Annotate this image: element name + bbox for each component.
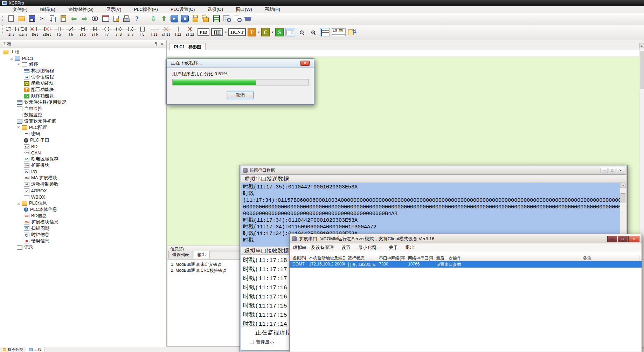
ladder-tool-F12[interactable]: F12	[172, 25, 184, 36]
tree-item-28[interactable]: ↻扫描周期	[0, 225, 166, 232]
send-scroll-up-icon[interactable]: ▲	[620, 183, 626, 188]
tree-item-22[interactable]: D4GBOX	[0, 187, 166, 194]
menu-item-5[interactable]: PLC设置(C)	[164, 6, 201, 13]
vcomm-menu-item-0[interactable]: 虚拟串口及设备管理	[293, 244, 334, 251]
tree-item-29[interactable]: ◷时钟信息	[0, 232, 166, 238]
ladder-monitor-icon[interactable]	[211, 14, 222, 23]
menu-item-1[interactable]: 编辑(E)	[34, 6, 62, 13]
tree-item-10[interactable]: 数据监控	[0, 112, 166, 118]
ladder-tool-sDel[interactable]: sDel	[41, 25, 53, 36]
tree-expander-icon[interactable]: −	[17, 126, 20, 129]
ladder-tool-sF8[interactable]: RsF8	[113, 25, 124, 36]
tree-item-8[interactable]: 软元件注释/使用状况	[0, 99, 166, 105]
tree-item-31[interactable]: 记录	[0, 244, 166, 250]
tree-item-0[interactable]: 工程	[0, 49, 166, 55]
pulse-button[interactable]: ∏∏	[211, 28, 223, 36]
menu-item-7[interactable]: 窗口(W)	[229, 6, 258, 13]
soft-element-window-button[interactable]: ← □ →	[285, 28, 295, 36]
dialog-close-icon[interactable]: ✕	[300, 61, 310, 66]
undo-icon[interactable]	[69, 14, 79, 23]
ladder-tool-sF7[interactable]: SsF7	[125, 25, 136, 36]
menu-item-8[interactable]: 帮助(H)	[258, 6, 286, 13]
menu-item-6[interactable]: 选项(O)	[201, 6, 229, 13]
dialog-icon[interactable]	[100, 14, 111, 23]
tree-item-13[interactable]: ***密码	[0, 131, 166, 137]
info-tab-0[interactable]: 错误列表	[168, 251, 193, 258]
vcomm-close-button[interactable]: ✕	[628, 236, 639, 242]
unlock-icon[interactable]	[201, 14, 211, 23]
down-icon[interactable]	[148, 14, 159, 23]
scrollbar-thumb[interactable]	[640, 51, 644, 89]
stop-icon[interactable]	[180, 14, 190, 23]
open-icon[interactable]	[16, 14, 27, 23]
pulse-dropdown-icon[interactable]: ▾	[225, 30, 227, 34]
ladder-view-button[interactable]	[320, 28, 330, 36]
timer-block-button[interactable]: T	[248, 28, 256, 36]
vcomm-header-5[interactable]: 最后一次操作	[433, 255, 580, 261]
send-scroll-thumb[interactable]	[621, 193, 625, 203]
ladder-tool-F7[interactable]: F7	[101, 25, 112, 36]
ladder-tool-F8[interactable]: F8	[137, 25, 148, 36]
ladder-tool-Ins[interactable]: Ins	[6, 25, 17, 36]
vcomm-maximize-button[interactable]: □	[618, 236, 628, 242]
timer-dropdown-icon[interactable]: ▾	[258, 30, 260, 34]
run-icon[interactable]	[169, 14, 180, 23]
vcomm-header-4[interactable]: 网络->串口(字节)	[405, 255, 433, 261]
paste-icon[interactable]	[58, 14, 69, 23]
tree-item-17[interactable]: ΛΛ断电区域保存	[0, 156, 166, 162]
tree-item-26[interactable]: BDBD信息	[0, 213, 166, 219]
vcomm-titlebar[interactable]: 扩展串口--VCOMM运行在Server模式，支持Client模式设备 Ver3…	[290, 234, 642, 243]
scroll-up-icon[interactable]: ▲	[639, 43, 644, 48]
tree-item-1[interactable]: −PLC1	[0, 55, 166, 61]
ladder-tool-F11[interactable]: F11	[148, 25, 160, 36]
com-icon[interactable]	[243, 14, 253, 23]
pid-button[interactable]: PID	[198, 28, 209, 36]
vcomm-menu-item-3[interactable]: 关于	[389, 244, 398, 251]
tree-item-5[interactable]: C函数功能块	[0, 80, 166, 87]
vcomm-minimize-button[interactable]: —	[607, 236, 617, 242]
vcomm-menu-item-1[interactable]: 设置	[341, 244, 351, 251]
find-icon[interactable]	[90, 14, 100, 23]
vcomm-table-row[interactable]: COM7172.16.100.2:20000打开, 19200, E, 8, 1…	[290, 261, 642, 268]
dock-tab-0[interactable]: 指令分类	[0, 347, 26, 352]
instruction-list-button[interactable]: Ld m0	[332, 28, 346, 36]
info-tab-1[interactable]: 输出	[194, 251, 210, 258]
tree-item-19[interactable]: I/OI/O	[0, 168, 166, 175]
vcomm-header-3[interactable]: 串口->网络(字节)	[376, 255, 405, 261]
toolbar-gripper[interactable]	[2, 25, 4, 33]
tree-item-11[interactable]: 设置软元件初值	[0, 118, 166, 124]
ladder-tool-F5[interactable]: F5	[53, 25, 65, 36]
hcnt-button[interactable]: HCNT	[228, 28, 246, 36]
lock-icon[interactable]	[190, 14, 201, 23]
tree-item-27[interactable]: 000扩展模块信息	[0, 219, 166, 225]
pause-display-checkbox[interactable]	[250, 340, 254, 344]
close-button[interactable]: ✕	[617, 168, 624, 173]
tree-item-25[interactable]: iPLC本体信息	[0, 206, 166, 213]
tree-item-6[interactable]: T配置功能块	[0, 87, 166, 93]
vcomm-menu-item-4[interactable]: 退出	[406, 244, 415, 251]
counter-block-button[interactable]: C	[261, 28, 270, 36]
dock-tab-1[interactable]: 工程	[26, 347, 45, 352]
vcomm-header-6[interactable]: 备注	[580, 255, 639, 261]
ladder-tool-sF5[interactable]: sF5	[77, 25, 89, 36]
maximize-button[interactable]: □	[609, 168, 616, 173]
convert-button[interactable]	[347, 28, 356, 36]
tree-expander-icon[interactable]: −	[10, 57, 13, 60]
menu-item-3[interactable]: 显示(V)	[100, 6, 127, 13]
ladder-tool-Del[interactable]: Del	[29, 25, 41, 36]
doc-find-icon[interactable]	[232, 14, 243, 23]
vcomm-menu-item-2[interactable]: 最小化窗口	[358, 244, 381, 251]
tree-item-24[interactable]: −PLC信息	[0, 200, 166, 206]
menu-item-2[interactable]: 查找\替换(S)	[62, 6, 100, 13]
tree-item-4[interactable]: ld命令语编程	[0, 74, 166, 80]
zoom-in-button[interactable]: +	[297, 28, 307, 36]
cancel-button[interactable]: 取消	[227, 91, 254, 99]
sequence-block-button[interactable]: S	[275, 28, 284, 36]
ladder-tool-sF11[interactable]: sF11	[160, 25, 172, 36]
tree-item-7[interactable]: S顺序功能块	[0, 93, 166, 99]
counter-dropdown-icon[interactable]: ▾	[272, 30, 273, 34]
minimize-button[interactable]: —	[601, 168, 608, 173]
tree-item-12[interactable]: −PLC配置	[0, 124, 166, 131]
ladder-tool-sF6[interactable]: sF6	[89, 25, 101, 36]
tab-plc1-ladder[interactable]: PLC1 - 梯形图	[169, 43, 206, 50]
